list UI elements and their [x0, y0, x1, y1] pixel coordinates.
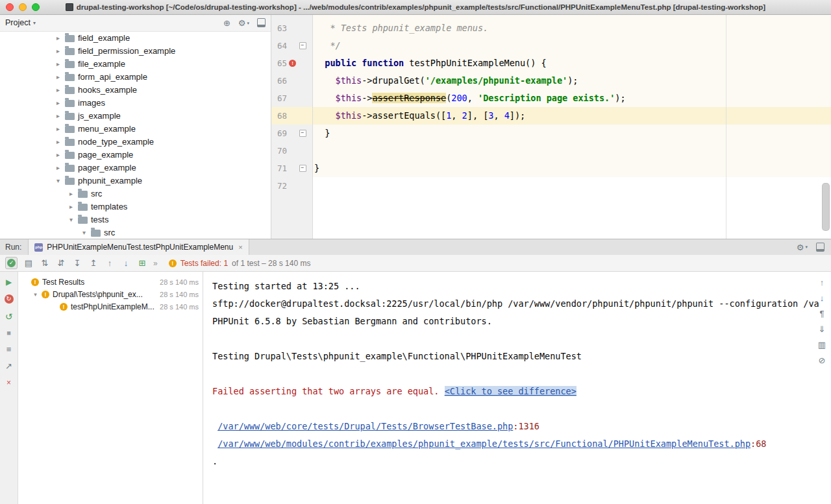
code-line[interactable]: $this->assertResponse(200, 'Description … — [313, 90, 831, 107]
chevron-right-icon[interactable]: ▸ — [68, 190, 75, 197]
gutter-line[interactable]: 66 — [271, 72, 312, 90]
editor-scrollbar[interactable] — [822, 183, 830, 231]
project-tree-item[interactable]: ▸field_permission_example — [0, 44, 271, 57]
toggle-auto-test-icon[interactable]: ↺ — [5, 312, 13, 321]
project-tree-item[interactable]: ▾src — [0, 226, 271, 239]
zoom-window-button[interactable] — [32, 3, 40, 11]
sort-by-duration-icon[interactable]: ⇅ — [40, 259, 50, 267]
chevron-right-icon[interactable]: ▸ — [55, 47, 62, 54]
chevron-down-icon[interactable]: ▾ — [32, 291, 38, 298]
close-window-button[interactable] — [6, 3, 14, 11]
chevron-right-icon[interactable]: ▸ — [55, 138, 62, 145]
hide-project-panel-icon[interactable] — [257, 18, 266, 27]
gutter-line[interactable]: 70 — [271, 142, 312, 160]
gutter-line[interactable]: 63 — [271, 19, 312, 37]
project-view-selector[interactable]: Project ▾ — [5, 18, 36, 27]
console-output[interactable]: Testing started at 13:25 ...sftp://docke… — [203, 272, 831, 504]
hide-run-panel-icon[interactable] — [816, 243, 825, 252]
rerun-tests-icon[interactable]: ▶ — [6, 278, 12, 286]
code-line[interactable]: } — [313, 160, 831, 177]
project-tree-item[interactable]: ▸node_type_example — [0, 135, 271, 148]
stop-icon[interactable]: ■ — [6, 330, 11, 337]
gutter-line[interactable]: 68 — [271, 107, 312, 125]
editor-code-area[interactable]: * Tests phpunit_example menus. */ public… — [313, 14, 831, 239]
gutter-line[interactable]: 71− — [271, 160, 312, 177]
scroll-to-end-icon[interactable]: ⇓ — [819, 325, 826, 333]
chevron-right-icon[interactable]: ▸ — [55, 34, 62, 42]
gutter-line[interactable]: 64− — [271, 37, 312, 54]
next-failed-test-icon[interactable]: ↓ — [121, 259, 131, 267]
code-line[interactable]: $this->drupalGet('/examples/phpunit-exam… — [313, 72, 831, 90]
import-test-results-icon[interactable]: ⊞ — [137, 259, 147, 267]
print-icon[interactable]: ▥ — [818, 341, 826, 349]
fold-marker-icon[interactable]: − — [299, 165, 306, 172]
navigate-up-stacktrace-icon[interactable]: ↑ — [820, 278, 825, 287]
chevron-right-icon[interactable]: ▸ — [55, 125, 62, 132]
code-line[interactable] — [313, 142, 831, 160]
project-tree-item[interactable]: ▸js_example — [0, 109, 271, 122]
more-actions-chevron-icon[interactable]: » — [153, 259, 158, 268]
run-settings-button[interactable]: ⚙ ▾ — [797, 243, 808, 252]
minimize-window-button[interactable] — [19, 3, 27, 11]
navigate-down-stacktrace-icon[interactable]: ↓ — [820, 294, 825, 302]
gutter-line[interactable]: 67 — [271, 90, 312, 107]
project-tree-item[interactable]: ▾tests — [0, 213, 271, 226]
project-tree-item[interactable]: ▸pager_example — [0, 161, 271, 174]
code-line[interactable]: public function testPhpUnitExampleMenu()… — [313, 54, 831, 72]
test-failed-gutter-icon[interactable]: ! — [289, 60, 296, 67]
fold-marker-icon[interactable]: − — [299, 42, 306, 49]
rerun-failed-tests-icon[interactable]: ↻ — [5, 294, 14, 304]
expand-all-icon[interactable]: ↧ — [72, 259, 82, 267]
locate-file-icon[interactable]: ⊕ — [223, 19, 230, 27]
test-tree-item[interactable]: ▾!Drupal\Tests\phpunit_ex...28 s 140 ms — [18, 288, 203, 300]
stacktrace-link-browsertestbase[interactable]: /var/www/web/core/tests/Drupal/Tests/Bro… — [217, 421, 513, 431]
gutter-line[interactable]: 65! — [271, 54, 312, 72]
project-tree-item[interactable]: ▾phpunit_example — [0, 174, 271, 187]
project-tree-item[interactable]: ▸form_api_example — [0, 70, 271, 83]
project-tree-item[interactable]: ▸templates — [0, 200, 271, 213]
code-line[interactable]: $this->assertEquals([1, 2], [3, 4]); — [313, 107, 831, 125]
project-tree-item[interactable]: ▸src — [0, 187, 271, 200]
test-tree-item[interactable]: !Test Results28 s 140 ms — [18, 276, 203, 288]
chevron-right-icon[interactable]: ▸ — [55, 73, 62, 80]
project-tree-item[interactable]: ▸page_example — [0, 148, 271, 161]
code-line[interactable]: * Tests phpunit_example menus. — [313, 19, 831, 37]
clear-console-icon[interactable]: ⊘ — [819, 356, 826, 365]
chevron-right-icon[interactable]: ▸ — [55, 151, 62, 158]
code-line[interactable] — [313, 177, 831, 195]
chevron-right-icon[interactable]: ▸ — [68, 203, 75, 210]
chevron-right-icon[interactable]: ▸ — [55, 86, 62, 93]
editor-gutter[interactable]: 6364−65!66676869−7071−72 — [271, 14, 313, 239]
project-tree-item[interactable]: ▸hooks_example — [0, 83, 271, 96]
chevron-right-icon[interactable]: ▸ — [55, 60, 62, 67]
fold-marker-icon[interactable]: − — [299, 130, 306, 137]
collapse-all-icon[interactable]: ↥ — [88, 259, 99, 267]
previous-failed-test-icon[interactable]: ↑ — [105, 259, 115, 267]
close-tab-icon[interactable]: × — [238, 244, 242, 251]
test-tree-item[interactable]: !testPhpUnitExampleM...28 s 140 ms — [18, 300, 203, 313]
hide-passed-button[interactable]: ✓ — [5, 257, 18, 269]
project-tree-item[interactable]: ▸file_example — [0, 57, 271, 70]
chevron-right-icon[interactable]: ▸ — [55, 164, 62, 171]
code-editor[interactable]: 6364−65!66676869−7071−72 * Tests phpunit… — [271, 14, 831, 239]
chevron-down-icon[interactable]: ▾ — [81, 229, 88, 236]
close-run-panel-icon[interactable]: × — [6, 379, 11, 387]
soft-wrap-icon[interactable]: ¶ — [820, 309, 825, 318]
open-results-icon[interactable]: ↗ — [5, 362, 12, 370]
project-tree-item[interactable]: ▸images — [0, 96, 271, 109]
show-console-icon[interactable]: ▤ — [23, 259, 34, 267]
gutter-line[interactable]: 72 — [271, 177, 312, 195]
code-line[interactable]: } — [313, 125, 831, 142]
code-line[interactable]: */ — [313, 37, 831, 54]
stacktrace-link-phpunitexamplemenutest[interactable]: /var/www/web/modules/contrib/examples/ph… — [217, 438, 750, 449]
chevron-right-icon[interactable]: ▸ — [55, 112, 62, 119]
run-tab[interactable]: php PHPUnitExampleMenuTest.testPhpUnitEx… — [28, 239, 249, 255]
sort-alphabetically-icon[interactable]: ⇵ — [56, 259, 66, 267]
project-tree-item[interactable]: ▸menu_example — [0, 122, 271, 135]
project-tree-item[interactable]: ▸field_example — [0, 31, 271, 44]
chevron-down-icon[interactable]: ▾ — [68, 216, 75, 223]
chevron-down-icon[interactable]: ▾ — [55, 177, 62, 184]
chevron-right-icon[interactable]: ▸ — [55, 99, 62, 106]
test-history-icon[interactable]: ≡ — [6, 345, 12, 354]
gutter-line[interactable]: 69− — [271, 125, 312, 142]
